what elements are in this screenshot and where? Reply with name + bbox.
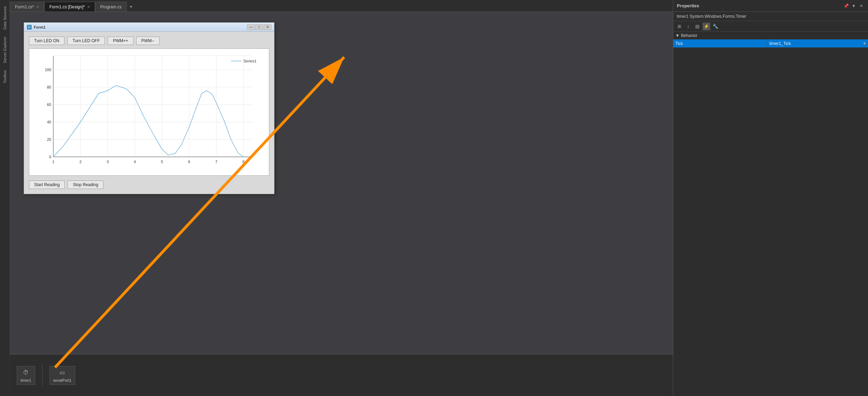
tray-separator [42, 365, 42, 386]
svg-text:5: 5 [161, 160, 163, 164]
sidebar-tab-server[interactable]: Server Explorer [1, 34, 8, 66]
win-close-btn[interactable]: ✕ [264, 24, 271, 30]
win-minimize-btn[interactable]: — [247, 24, 255, 30]
tab-form1cs-design-label: Form1.cs [Design]* [49, 5, 85, 9]
win-controls: — □ ✕ [247, 24, 271, 30]
serialport1-label: serialPort1 [53, 378, 72, 382]
designer-area: F Form1 — □ ✕ Turn LED ON Turn LED OFF P… [10, 12, 673, 396]
pwm-minus-button[interactable]: PWM-- [136, 37, 160, 45]
svg-text:100: 100 [45, 68, 51, 72]
props-categorized-icon[interactable]: ⊞ [675, 23, 683, 30]
props-behavior-expand[interactable]: ▼ [675, 33, 680, 38]
win-content: Turn LED ON Turn LED OFF PWM++ PWM-- [24, 32, 274, 194]
win-titlebar: F Form1 — □ ✕ [24, 23, 274, 32]
svg-text:60: 60 [47, 102, 51, 107]
win-form-icon: F [27, 25, 32, 30]
svg-text:80: 80 [47, 85, 51, 89]
props-panel-title: Properties [677, 3, 841, 8]
win-form: F Form1 — □ ✕ Turn LED ON Turn LED OFF P… [24, 22, 274, 194]
props-events-icon[interactable]: ⚡ [703, 23, 710, 30]
pwm-plus-button[interactable]: PWM++ [108, 37, 133, 45]
svg-text:20: 20 [47, 137, 51, 142]
serialport1-icon: ▭ [58, 368, 67, 377]
svg-text:0: 0 [49, 155, 51, 159]
props-header-icons: 📌 ▼ ✕ [843, 3, 865, 9]
tab-dropdown-arrow[interactable]: ▼ [128, 2, 134, 12]
props-pin-icon[interactable]: 📌 [843, 3, 849, 9]
props-object-name: timer1 System.Windows.Forms.Timer [673, 12, 868, 21]
win-maximize-btn[interactable]: □ [255, 24, 263, 30]
svg-text:7: 7 [215, 160, 217, 164]
svg-text:6: 6 [188, 160, 190, 164]
tray-item-serialport1[interactable]: ▭ serialPort1 [49, 366, 76, 385]
svg-text:3: 3 [107, 160, 109, 164]
properties-panel: Properties 📌 ▼ ✕ timer1 System.Windows.F… [673, 0, 868, 396]
stop-reading-button[interactable]: Stop Reading [68, 181, 103, 189]
form-preview-container: F Form1 — □ ✕ Turn LED ON Turn LED OFF P… [10, 12, 673, 354]
chart-container: 0 20 40 60 80 100 1 2 3 4 5 6 [29, 48, 269, 176]
turn-led-on-button[interactable]: Turn LED ON [29, 37, 64, 45]
start-reading-button[interactable]: Start Reading [29, 181, 65, 189]
props-dropdown-icon[interactable]: ▼ [851, 3, 857, 9]
main-area: Form1.cs* ✕ Form1.cs [Design]* ✕ Program… [10, 0, 673, 396]
component-tray: ⏱ timer1 ▭ serialPort1 [10, 354, 673, 396]
svg-text:Series1: Series1 [243, 59, 256, 63]
props-panel-header: Properties 📌 ▼ ✕ [673, 0, 868, 12]
led-button-row: Turn LED ON Turn LED OFF PWM++ PWM-- [29, 37, 269, 45]
win-title: Form1 [34, 25, 245, 29]
props-tick-dropdown[interactable]: ▼ [861, 39, 868, 47]
props-tick-name: Tick [673, 39, 767, 47]
props-behavior-header: ▼ Behavior [673, 32, 868, 39]
tray-item-timer1[interactable]: ⏱ timer1 [17, 366, 35, 385]
tab-form1cs-design[interactable]: Form1.cs [Design]* ✕ [44, 2, 95, 12]
props-tick-row[interactable]: Tick timer1_Tick ▼ [673, 39, 868, 48]
tab-form1cs-design-close[interactable]: ✕ [87, 5, 90, 9]
svg-text:1: 1 [52, 160, 54, 164]
svg-text:4: 4 [134, 160, 136, 164]
props-behavior-label: Behavior [681, 33, 697, 38]
props-wrench-icon[interactable]: 🔧 [712, 23, 719, 30]
turn-led-off-button[interactable]: Turn LED OFF [67, 37, 105, 45]
bottom-button-row: Start Reading Stop Reading [29, 179, 269, 189]
tab-form1cs[interactable]: Form1.cs* ✕ [10, 2, 44, 12]
timer1-label: timer1 [21, 378, 31, 382]
props-toolbar: ⊞ ↕ ▤ ⚡ 🔧 [673, 21, 868, 32]
timer1-icon: ⏱ [22, 368, 30, 377]
props-properties-icon[interactable]: ▤ [693, 23, 701, 30]
chart-svg: 0 20 40 60 80 100 1 2 3 4 5 6 [33, 52, 265, 171]
props-close-icon[interactable]: ✕ [858, 3, 865, 9]
props-alphabetical-icon[interactable]: ↕ [684, 23, 692, 30]
sidebar-tab-datasources[interactable]: Data Sources [1, 3, 8, 32]
tab-bar: Form1.cs* ✕ Form1.cs [Design]* ✕ Program… [10, 0, 673, 12]
props-tick-value[interactable]: timer1_Tick [767, 39, 861, 47]
left-sidebar: Data Sources Server Explorer Toolbox [0, 0, 10, 396]
svg-text:8: 8 [242, 160, 245, 164]
tab-programcs-label: Program.cs [100, 5, 122, 9]
svg-text:40: 40 [47, 120, 51, 124]
tab-programcs[interactable]: Program.cs [95, 2, 127, 12]
svg-text:2: 2 [79, 160, 82, 164]
sidebar-tab-toolbox[interactable]: Toolbox [1, 67, 8, 86]
tab-form1cs-close[interactable]: ✕ [36, 5, 39, 9]
tab-form1cs-label: Form1.cs* [15, 5, 34, 9]
